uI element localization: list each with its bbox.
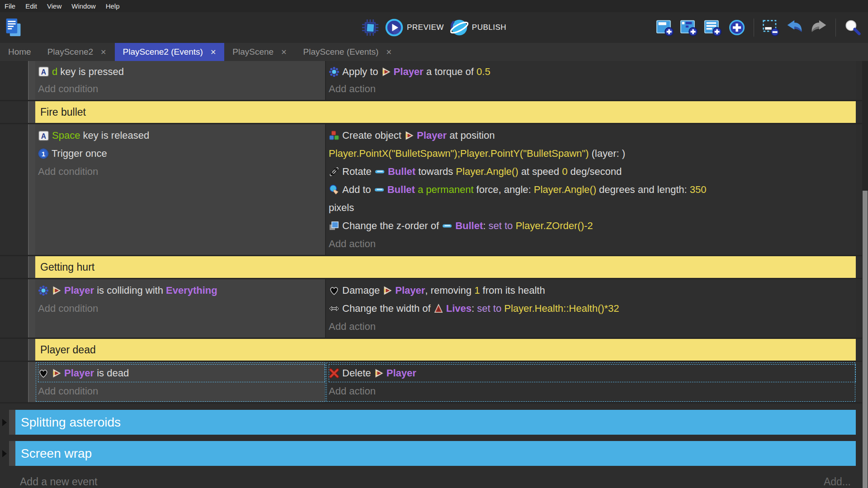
force-icon [329,184,340,195]
actions-cell[interactable]: Apply to Player a torque of 0.5Add actio… [326,61,856,100]
action-line[interactable]: Add to Bullet a permanent force, angle: … [329,181,856,199]
condition-line[interactable]: Player is colliding with Everything [38,282,325,300]
action-line[interactable]: Rotate Bullet towards Player.Angle() at … [329,163,856,181]
menu-item-view[interactable]: View [47,2,61,10]
add-condition-button[interactable]: Add condition [38,300,325,318]
menu-item-window[interactable]: Window [71,2,95,10]
tab-close-icon[interactable]: ✕ [386,48,392,56]
redo-icon[interactable] [810,19,828,37]
scrollbar-thumb[interactable] [863,191,868,488]
object-name: Player [387,367,416,379]
preview-button[interactable]: PREVIEW [385,19,444,37]
add-new-event-button[interactable]: Add a new event [20,476,97,488]
event-drag-handle[interactable] [28,362,35,402]
comment-row[interactable]: Fire bullet [0,101,868,124]
text: Delete [342,367,374,379]
add-subevent-icon[interactable] [680,19,698,37]
group-row[interactable]: Screen wrap [0,441,868,466]
vertical-scrollbar[interactable] [862,61,868,488]
toolbar-right [656,12,862,43]
publish-button[interactable]: PUBLISH [450,19,506,37]
event-drag-handle[interactable] [28,101,35,123]
group-title[interactable]: Screen wrap [15,441,856,466]
actions-cell[interactable]: Create object Player at positionPlayer.P… [326,124,856,255]
tab-playscene[interactable]: PlayScene✕ [224,43,295,61]
object-name: Player [417,130,447,141]
action-line[interactable]: Player.PointX("BulletSpawn");Player.Poin… [329,145,856,163]
event-drag-handle[interactable] [28,279,35,338]
parameter: d [52,66,57,78]
comment-text[interactable]: Getting hurt [35,256,856,278]
add-action-button[interactable]: Add action [329,235,856,253]
bullet-object-icon [374,184,385,195]
object-name: Lives [446,303,472,314]
group-row[interactable]: Splitting asteroids [0,410,868,435]
comment-row[interactable]: Player dead [0,339,868,362]
comment-row[interactable]: Getting hurt [0,256,868,279]
tab-close-icon[interactable]: ✕ [100,48,106,56]
expression: 1 [474,285,480,296]
conditions-cell[interactable]: Player is deadAdd condition [35,362,326,402]
add-choose-icon[interactable] [728,19,746,37]
tab-label: PlayScene2 (Events) [123,47,203,57]
expression: Player.ZOrder()-2 [515,220,593,232]
tab-close-icon[interactable]: ✕ [210,48,216,56]
action-line[interactable]: Change the z-order of Bullet: set to Pla… [329,217,856,235]
add-action-button[interactable]: Add action [329,318,856,336]
add-button[interactable]: Add... [824,476,851,488]
tab-playscene2[interactable]: PlayScene2✕ [39,43,115,61]
object-name: Bullet [387,184,415,196]
event-drag-handle[interactable] [28,256,35,278]
add-event-icon[interactable] [656,19,674,37]
undo-icon[interactable] [786,19,804,37]
comment-text[interactable]: Fire bullet [35,101,856,123]
remove-selection-icon[interactable] [762,19,780,37]
condition-line[interactable]: Ad key is pressed [38,63,325,80]
event-drag-handle[interactable] [9,410,15,435]
tab-close-icon[interactable]: ✕ [281,48,287,56]
menu-item-edit[interactable]: Edit [25,2,37,10]
tab-home[interactable]: Home [0,43,39,61]
menu-item-help[interactable]: Help [106,2,120,10]
tab-playscene-events[interactable]: PlayScene (Events)✕ [295,43,400,61]
text: Change the width of [342,303,434,314]
tab-playscene2-events[interactable]: PlayScene2 (Events)✕ [115,43,225,61]
conditions-cell[interactable]: Player is colliding with EverythingAdd c… [35,279,326,338]
add-action-button[interactable]: Add action [329,382,856,400]
fold-arrow-icon[interactable] [2,419,7,426]
project-manager-icon[interactable] [5,17,23,38]
condition-line[interactable]: 1Trigger once [38,145,325,163]
comment-text[interactable]: Player dead [35,339,856,361]
add-condition-button[interactable]: Add condition [38,163,325,181]
condition-line[interactable]: Player is dead [38,364,325,382]
group-title[interactable]: Splitting asteroids [15,410,856,435]
action-line[interactable]: Delete Player [329,364,856,382]
fold-arrow-icon[interactable] [2,450,7,457]
debug-chip-icon[interactable] [362,19,379,36]
event-row: Player is deadAdd conditionDelete Player… [0,362,868,404]
player-object-icon [374,368,384,378]
condition-line[interactable]: ASpace key is released [38,127,325,145]
menu-item-file[interactable]: File [5,2,15,10]
conditions-cell[interactable]: Ad key is pressedAdd condition [35,61,326,100]
tab-label: PlayScene (Events) [303,47,379,57]
search-icon[interactable] [844,19,862,37]
action-line[interactable]: Create object Player at position [329,127,856,145]
action-line[interactable]: Damage Player, removing 1 from its healt… [329,282,856,300]
add-comment-icon[interactable] [704,19,722,37]
lives-object-icon [434,304,443,314]
add-condition-button[interactable]: Add condition [38,80,325,98]
action-line[interactable]: Apply to Player a torque of 0.5 [329,63,856,80]
action-line[interactable]: pixels [329,199,856,217]
event-drag-handle[interactable] [28,61,35,100]
action-line[interactable]: Change the width of Lives: set to Player… [329,300,856,318]
add-condition-button[interactable]: Add condition [38,382,325,400]
actions-cell[interactable]: Delete PlayerAdd action [326,362,856,402]
event-drag-handle[interactable] [28,124,35,255]
event-drag-handle[interactable] [28,339,35,361]
actions-cell[interactable]: Damage Player, removing 1 from its healt… [326,279,856,338]
tab-label: PlayScene2 [47,47,93,57]
add-action-button[interactable]: Add action [329,80,856,98]
event-drag-handle[interactable] [9,441,15,466]
conditions-cell[interactable]: ASpace key is released1Trigger onceAdd c… [35,124,326,255]
